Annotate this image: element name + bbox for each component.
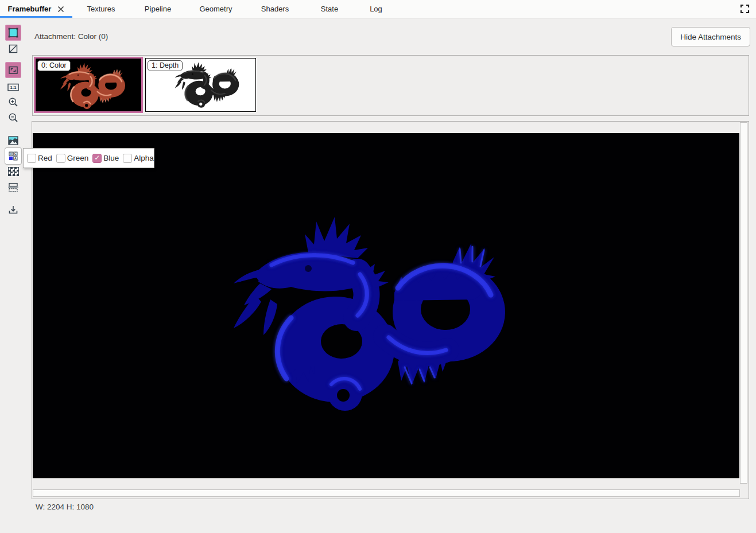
tab-shaders-label: Shaders (261, 5, 289, 13)
no-color-icon (7, 43, 19, 55)
channels-icon-letter-r: R (10, 152, 12, 155)
tab-pipeline-label: Pipeline (145, 5, 171, 13)
framebuffer-viewport (32, 121, 749, 499)
flip-vertical-icon (7, 181, 19, 193)
zoom-out-button[interactable] (5, 110, 21, 126)
tab-textures-label: Textures (87, 5, 115, 13)
checkbox-red-box[interactable] (27, 154, 36, 163)
background-color-button[interactable] (5, 25, 21, 41)
channel-green-label: Green (67, 154, 89, 162)
checkbox-green-box[interactable] (56, 154, 65, 163)
attachments-panel: 0: Color 1: Depth (32, 55, 749, 116)
tab-geometry-label: Geometry (199, 5, 232, 13)
actual-size-button[interactable]: 1:1 (5, 79, 21, 95)
tab-log-label: Log (370, 5, 382, 13)
channels-icon-letter-a: A (14, 157, 17, 160)
tab-log[interactable]: Log (355, 0, 397, 18)
no-color-button[interactable] (5, 41, 21, 57)
fullscreen-icon (740, 4, 750, 14)
tab-framebuffer[interactable]: Framebuffer (0, 0, 72, 18)
histogram-button[interactable] (5, 133, 21, 149)
save-icon (7, 204, 19, 216)
actual-size-icon: 1:1 (7, 81, 20, 93)
hide-attachments-button[interactable]: Hide Attachments (671, 27, 750, 46)
tab-state-label: State (321, 5, 338, 13)
dragon-render (222, 213, 509, 420)
zoom-out-icon (7, 112, 19, 123)
tab-pipeline[interactable]: Pipeline (130, 0, 186, 18)
vertical-scrollbar[interactable] (740, 122, 747, 484)
channel-blue-checkbox[interactable]: Blue (92, 154, 119, 163)
attachment-thumbnail-color[interactable]: 0: Color (34, 57, 143, 113)
image-dimensions-status: W: 2204 H: 1080 (36, 503, 94, 511)
channels-icon-letter-g: G (14, 152, 17, 155)
actual-size-label: 1:1 (10, 85, 17, 90)
attachment-depth-badge: 1: Depth (148, 60, 183, 71)
attachment-color-badge: 0: Color (37, 60, 71, 71)
channel-blue-label: Blue (103, 154, 119, 162)
channel-red-checkbox[interactable]: Red (27, 154, 52, 163)
zoom-in-button[interactable] (5, 94, 21, 110)
save-image-button[interactable] (5, 202, 21, 218)
tab-geometry[interactable]: Geometry (186, 0, 246, 18)
channel-alpha-checkbox[interactable]: Alpha (123, 154, 154, 163)
channels-icon: R G A (7, 150, 19, 162)
checkbox-blue-box[interactable] (92, 154, 102, 163)
checkerboard-icon (8, 167, 19, 176)
tab-state[interactable]: State (304, 0, 355, 18)
close-icon[interactable] (57, 6, 64, 13)
framebuffer-image[interactable] (33, 133, 739, 478)
horizontal-scrollbar[interactable] (33, 489, 740, 497)
tab-framebuffer-label: Framebuffer (8, 5, 52, 13)
background-swatch-icon (7, 27, 19, 38)
tab-textures[interactable]: Textures (72, 0, 130, 18)
zoom-in-icon (7, 96, 19, 108)
fullscreen-button[interactable] (737, 2, 752, 15)
checkbox-alpha-box[interactable] (123, 154, 132, 163)
zoom-fit-icon (7, 64, 19, 76)
tab-bar: Framebuffer Textures Pipeline Geometry S… (0, 0, 756, 18)
attachment-label: Attachment: Color (0) (34, 32, 108, 41)
tab-shaders[interactable]: Shaders (246, 0, 304, 18)
framebuffer-viewer-window: Framebuffer Textures Pipeline Geometry S… (0, 0, 756, 533)
histogram-icon (7, 135, 19, 146)
channel-red-label: Red (38, 154, 52, 162)
attachment-thumbnail-depth[interactable]: 1: Depth (145, 58, 256, 112)
checkerboard-background-button[interactable] (5, 164, 21, 180)
channel-selector-popup: Red Green Blue Alpha (23, 148, 154, 168)
channel-green-checkbox[interactable]: Green (56, 154, 89, 163)
flip-vertical-button[interactable] (5, 179, 21, 195)
channel-alpha-label: Alpha (134, 154, 154, 162)
channels-button[interactable]: R G A (5, 148, 21, 164)
zoom-fit-button[interactable] (5, 62, 21, 78)
